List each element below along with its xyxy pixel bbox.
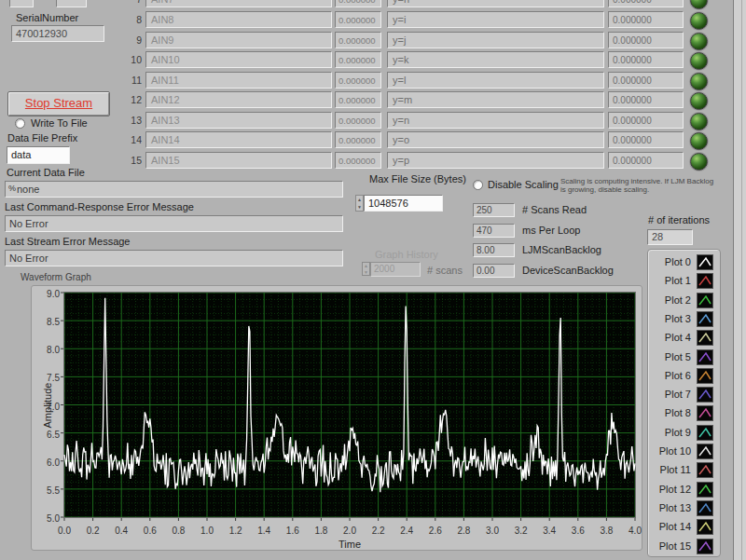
channel-value-indicator: 0.000000 — [335, 112, 381, 129]
current-data-file-label: Current Data File — [7, 167, 85, 178]
legend-item[interactable]: Plot 1 — [648, 272, 720, 291]
waveform-graph-label: Waveform Graph — [21, 272, 91, 282]
legend-item[interactable]: Plot 9 — [648, 424, 720, 443]
channel-number-label: 10 — [119, 54, 142, 65]
legend-item[interactable]: Plot 7 — [648, 386, 720, 404]
channel-scaling-field[interactable]: y=i — [387, 11, 604, 28]
channel-scaling-field[interactable]: y=h — [387, 0, 604, 7]
current-data-file-path: % none — [5, 181, 343, 198]
y-tick-label: 5.0 — [34, 513, 60, 524]
channel-name-field[interactable]: AIN13 — [145, 112, 332, 129]
legend-line-sample-icon — [697, 368, 713, 384]
channel-status-led — [690, 113, 708, 130]
write-to-file-radio[interactable] — [15, 118, 25, 129]
x-tick-label: 0.4 — [107, 526, 135, 536]
x-tick-label: 2.2 — [365, 526, 393, 536]
legend-item-label: Plot 15 — [648, 540, 691, 552]
channel-name-field[interactable]: AIN15 — [145, 152, 332, 169]
legend-line-sample-icon — [697, 462, 713, 478]
channel-number-label: 7 — [119, 0, 142, 5]
channel-scaling-field[interactable]: y=k — [387, 51, 604, 68]
channel-value-indicator: 0.000000 — [335, 0, 381, 7]
partial-control-box[interactable] — [9, 0, 34, 7]
channel-scaling-field[interactable]: y=l — [387, 72, 604, 89]
legend-item[interactable]: Plot 15 — [648, 538, 720, 556]
channel-scaled-value-indicator: 0.000000 — [608, 131, 684, 148]
channel-number-label: 8 — [119, 14, 142, 25]
max-file-size-stepper[interactable]: ▲▼ — [355, 195, 364, 212]
channel-name-field[interactable]: AIN7 — [145, 0, 332, 7]
legend-line-sample-icon — [697, 500, 713, 516]
legend-item[interactable]: Plot 8 — [648, 404, 720, 423]
channel-scaling-field[interactable]: y=m — [387, 91, 604, 108]
channel-value-indicator: 0.000000 — [335, 72, 381, 89]
legend-line-sample-icon — [697, 519, 713, 535]
legend-item-label: Plot 13 — [648, 502, 691, 513]
channel-name-field[interactable]: AIN14 — [145, 131, 332, 148]
legend-line-sample-icon — [697, 330, 713, 346]
channel-status-led — [690, 92, 708, 110]
legend-item[interactable]: Plot 0 — [648, 253, 720, 272]
channel-name-field[interactable]: AIN9 — [145, 32, 332, 48]
legend-item-label: Plot 14 — [648, 521, 691, 532]
channel-scaling-field[interactable]: y=n — [387, 112, 604, 129]
data-file-prefix-field[interactable]: data — [7, 146, 70, 164]
legend-item-label: Plot 8 — [648, 407, 691, 418]
legend-item[interactable]: Plot 12 — [648, 481, 720, 499]
legend-item-label: Plot 1 — [648, 275, 691, 286]
stop-stream-button[interactable]: Stop Stream — [7, 91, 110, 116]
x-tick-label: 1.8 — [307, 526, 335, 536]
legend-line-sample-icon — [697, 444, 713, 459]
x-axis-title: Time — [303, 539, 396, 550]
max-file-size-field[interactable]: 1048576 — [364, 195, 443, 212]
waveform-plot[interactable] — [59, 291, 639, 521]
waveform-graph-panel: 9.08.58.07.57.06.56.05.55.0 0.00.20.40.6… — [31, 285, 642, 551]
window-edge-scrollbar — [733, 0, 746, 560]
channel-value-indicator: 0.000000 — [335, 11, 381, 28]
legend-line-sample-icon — [697, 539, 713, 554]
iterations-label: # of iterations — [648, 214, 710, 225]
legend-item[interactable]: Plot 4 — [648, 329, 720, 348]
channel-name-field[interactable]: AIN11 — [145, 72, 332, 89]
legend-item[interactable]: Plot 5 — [648, 348, 720, 367]
x-tick-label: 1.0 — [193, 526, 221, 536]
channel-name-field[interactable]: AIN12 — [145, 91, 332, 108]
graph-history-units: # scans — [427, 265, 463, 276]
channel-value-indicator: 0.000000 — [335, 131, 381, 148]
channel-name-field[interactable]: AIN10 — [145, 51, 332, 68]
channel-scaled-value-indicator: 0.000000 — [608, 112, 684, 129]
last-stream-error-field: No Error — [5, 250, 343, 266]
channel-scaled-value-indicator: 0.000000 — [608, 0, 684, 7]
legend-line-sample-icon — [697, 405, 713, 421]
x-tick-label: 2.6 — [421, 526, 449, 536]
channel-scaled-value-indicator: 0.000000 — [608, 91, 684, 108]
graph-history-field: 2000 — [370, 262, 421, 277]
legend-item[interactable]: Plot 6 — [648, 367, 720, 386]
stat-value-indicator: 470 — [473, 224, 515, 238]
stat-label: DeviceScanBacklog — [522, 265, 614, 276]
legend-item[interactable]: Plot 2 — [648, 292, 720, 310]
legend-item[interactable]: Plot 13 — [648, 499, 720, 518]
legend-item[interactable]: Plot 11 — [648, 461, 720, 480]
channel-scaling-field[interactable]: y=p — [387, 152, 604, 169]
channel-scaling-field[interactable]: y=o — [387, 131, 604, 148]
scaling-note: Scaling is computing intensive. If LJM B… — [560, 177, 721, 194]
legend-item[interactable]: Plot 3 — [648, 310, 720, 329]
channel-scaled-value-indicator: 0.000000 — [608, 32, 684, 48]
legend-item[interactable]: Plot 14 — [648, 518, 720, 537]
x-tick-label: 0.6 — [136, 526, 164, 536]
x-tick-label: 2.8 — [449, 526, 477, 536]
channel-scaling-field[interactable]: y=j — [387, 32, 604, 48]
partial-control-box[interactable] — [56, 0, 87, 7]
stat-value-indicator: 0.00 — [473, 264, 515, 278]
legend-item-label: Plot 5 — [648, 351, 691, 362]
disable-scaling-radio[interactable] — [473, 180, 483, 190]
x-tick-label: 3.8 — [592, 526, 620, 536]
channel-name-field[interactable]: AIN8 — [145, 11, 332, 28]
legend-item[interactable]: Plot 10 — [648, 443, 720, 461]
channel-status-led — [690, 33, 708, 50]
legend-item-label: Plot 12 — [648, 484, 691, 495]
serial-number-field[interactable]: 470012930 — [11, 25, 104, 42]
x-tick-label: 3.4 — [535, 526, 563, 536]
legend-item-label: Plot 7 — [648, 389, 691, 400]
